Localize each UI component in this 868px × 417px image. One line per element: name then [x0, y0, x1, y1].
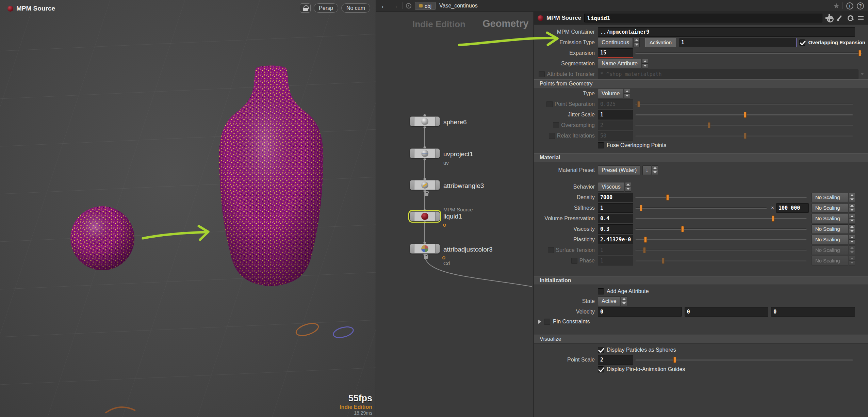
section-initialization[interactable]: Initialization [534, 276, 868, 285]
follow-selection-icon[interactable] [406, 3, 411, 9]
surface-tension-scale-dropdown[interactable]: No Scaling [812, 245, 848, 255]
forward-button[interactable]: → [391, 2, 399, 10]
plasticity-scale-dropdown[interactable]: No Scaling [812, 235, 848, 244]
volume-preservation-scale-dropdown[interactable]: No Scaling [812, 214, 848, 223]
phase-scale-dropdown[interactable]: No Scaling [812, 256, 848, 266]
camera-select-button[interactable]: No cam [341, 3, 370, 13]
stiffness-multiplier-field[interactable]: 100 000 [776, 203, 809, 213]
network-editor[interactable]: Indie Edition Geometry [376, 12, 534, 417]
volume-preservation-slider[interactable] [635, 214, 807, 223]
scale-spinner[interactable] [849, 235, 855, 244]
display-particles-checkbox[interactable] [598, 347, 604, 353]
viscosity-slider[interactable] [635, 224, 807, 234]
persp-view-button[interactable]: Persp [314, 3, 338, 13]
expansion-field[interactable]: 15 [598, 48, 633, 58]
bookmark-icon[interactable] [834, 3, 839, 9]
oversampling-enable-checkbox[interactable] [553, 122, 559, 128]
attribute-transfer-enable-checkbox[interactable] [539, 71, 545, 77]
viewport-lock-button[interactable] [300, 3, 311, 13]
node-flag-right[interactable] [435, 180, 440, 190]
material-preset-dropdown[interactable]: Preset (Water) [598, 165, 640, 175]
oversampling-field[interactable]: 2 [598, 121, 633, 130]
relax-iterations-enable-checkbox[interactable] [549, 133, 555, 139]
point-scale-slider[interactable] [635, 355, 853, 365]
scale-spinner[interactable] [849, 256, 855, 266]
menu-icon[interactable] [857, 14, 865, 22]
point-scale-field[interactable]: 2 [598, 355, 633, 365]
point-separation-enable-checkbox[interactable] [546, 101, 553, 107]
node-flag-left[interactable] [410, 212, 414, 221]
node-flag-right[interactable] [435, 117, 440, 126]
node-liquid1-selected[interactable] [410, 211, 440, 221]
velocity-y-field[interactable]: 0 [685, 307, 769, 317]
plasticity-field[interactable]: 2.41329e-0 [598, 235, 633, 244]
node-flag-right[interactable] [435, 212, 440, 221]
scale-spinner[interactable] [849, 245, 855, 255]
relax-iterations-field[interactable]: 50 [598, 131, 633, 141]
point-separation-field[interactable]: 0.025 [598, 99, 633, 109]
attribute-transfer-field[interactable]: * ^shop_materialpath [598, 69, 858, 79]
phase-enable-checkbox[interactable] [571, 258, 577, 264]
emission-type-dropdown[interactable]: Continuous [598, 38, 633, 47]
breadcrumb-obj[interactable]: obj [415, 2, 436, 10]
density-slider[interactable] [635, 193, 807, 202]
node-flag-left[interactable] [410, 117, 414, 126]
scale-spinner[interactable] [849, 224, 855, 234]
surface-tension-enable-checkbox[interactable] [548, 247, 554, 253]
stiffness-slider[interactable] [635, 203, 767, 213]
expansion-slider[interactable] [635, 48, 862, 58]
fuse-overlapping-checkbox[interactable] [598, 142, 604, 148]
overlapping-expansion-checkbox[interactable] [799, 39, 805, 46]
node-attribadjustcolor3[interactable] [410, 244, 440, 254]
relax-iterations-slider[interactable] [635, 131, 853, 141]
volume-preservation-field[interactable]: 0.4 [598, 214, 633, 223]
node-sphere6[interactable] [410, 116, 440, 126]
node-flag-left[interactable] [410, 180, 414, 190]
stiffness-field[interactable]: 1 [598, 203, 633, 213]
surface-tension-field[interactable]: 1 [598, 245, 633, 255]
info-icon[interactable]: i [846, 2, 853, 10]
attribute-menu-icon[interactable] [861, 73, 864, 75]
node-name-field[interactable]: liquid1 [584, 14, 822, 22]
behavior-spinner[interactable] [625, 182, 631, 192]
mpm-container-field[interactable]: ../mpmcontainer9 [598, 27, 855, 37]
emission-spinner[interactable] [634, 38, 640, 47]
oversampling-slider[interactable] [635, 121, 853, 130]
velocity-x-field[interactable]: 0 [598, 307, 682, 317]
node-flag-right[interactable] [435, 244, 440, 253]
activation-value-field[interactable]: 1 [679, 38, 797, 47]
viscosity-field[interactable]: 0.3 [598, 224, 633, 234]
preset-spinner[interactable] [652, 165, 658, 175]
state-dropdown[interactable]: Active [598, 296, 620, 306]
node-flag-left[interactable] [410, 244, 414, 253]
phase-slider[interactable] [635, 256, 807, 266]
back-button[interactable]: ← [380, 2, 388, 10]
surface-tension-slider[interactable] [635, 245, 807, 255]
display-pin-guides-checkbox[interactable] [598, 366, 604, 372]
type-spinner[interactable] [624, 89, 630, 98]
phase-field[interactable]: 1 [598, 256, 633, 266]
pin-constraints-checkbox[interactable] [544, 319, 550, 325]
stiffness-scale-dropdown[interactable]: No Scaling [812, 203, 848, 213]
section-points-from-geometry[interactable]: Points from Geometry [534, 79, 868, 88]
type-dropdown[interactable]: Volume [598, 89, 623, 98]
point-separation-slider[interactable] [635, 99, 853, 109]
node-attribwrangle3[interactable] [410, 180, 440, 190]
state-spinner[interactable] [621, 296, 627, 306]
density-scale-dropdown[interactable]: No Scaling [812, 193, 848, 202]
section-visualize[interactable]: Visualize [534, 335, 868, 343]
segmentation-spinner[interactable] [642, 59, 648, 68]
scale-spinner[interactable] [849, 193, 855, 202]
jitter-scale-field[interactable]: 1 [598, 110, 633, 119]
plasticity-slider[interactable] [635, 235, 807, 244]
node-flag-left[interactable] [410, 149, 414, 158]
behavior-dropdown[interactable]: Viscous [598, 182, 624, 192]
viscosity-scale-dropdown[interactable]: No Scaling [812, 224, 848, 234]
node-uvproject1[interactable] [410, 148, 440, 158]
apply-preset-button[interactable]: ↓ [642, 165, 651, 175]
scene-viewport[interactable]: MPM Source Persp No cam 55fps Indie Edit… [0, 0, 376, 417]
jitter-scale-slider[interactable] [635, 110, 853, 119]
gear-icon[interactable] [825, 14, 833, 22]
search-icon[interactable] [847, 14, 854, 22]
segmentation-dropdown[interactable]: Name Attribute [598, 59, 641, 68]
